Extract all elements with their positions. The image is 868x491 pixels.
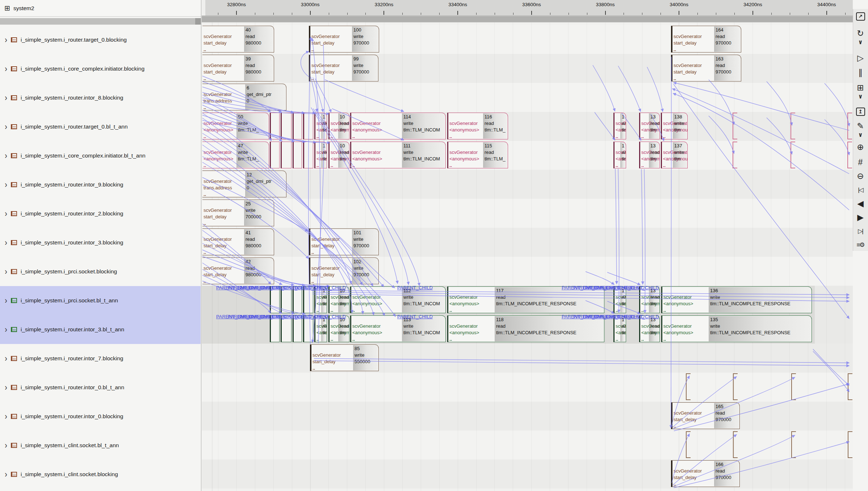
transaction-block[interactable]: 10scvGenerator<anonymous>readtlm..	[328, 315, 349, 342]
transaction-block-empty[interactable]	[270, 142, 280, 168]
reload-icon[interactable]: ↻	[853, 28, 868, 38]
waveform-canvas[interactable]: 40scvGeneratorstart_delayread980000..100…	[202, 22, 853, 491]
transaction-block[interactable]: 1scvGenerator<anonymous>writetlm..	[613, 142, 626, 168]
sidebar-item[interactable]: ›i_simple_system.i_router.intor_3.blocki…	[0, 228, 201, 257]
expand-chevron-icon[interactable]: ›	[5, 151, 7, 161]
zoom-in-icon[interactable]: ⊕	[853, 142, 868, 152]
transaction-block[interactable]: 114scvGenerator<anonymous>writetlm::TLM_…	[350, 113, 446, 139]
transaction-block-empty[interactable]	[281, 142, 292, 168]
transaction-bracket[interactable]	[733, 431, 738, 458]
sidebar-item[interactable]: ›i_simple_system.i_clint.socket.bl_t_ann	[0, 431, 201, 460]
zoom-out-icon[interactable]: ⊖	[853, 171, 868, 181]
waveform-horizontal-scrollbar[interactable]	[202, 16, 853, 22]
transaction-block[interactable]: 137scvGenerator<anonymous>writetlm..	[661, 142, 688, 168]
expand-chevron-icon[interactable]: ›	[5, 267, 7, 277]
sidebar-item[interactable]: ›i_simple_system.i_router.intor_8.blocki…	[0, 83, 201, 112]
skip-start-icon[interactable]: |◁	[853, 185, 868, 195]
prev-transaction-icon[interactable]: ◀	[853, 198, 868, 209]
transaction-block-empty[interactable]	[303, 142, 313, 168]
transaction-block[interactable]: 112scvGenerator<anonymous>writetlm::TLM_…	[350, 286, 446, 313]
transaction-bracket[interactable]	[847, 113, 852, 139]
transaction-block[interactable]: 39scvGeneratorstart_delayread980000..	[202, 55, 274, 81]
transaction-block[interactable]: 10scvGenerator<anonymous>readtlm..	[328, 142, 349, 168]
transaction-block[interactable]: 164scvGeneratorstart_delayread970000..	[671, 26, 741, 53]
settings-icon[interactable]: ≡⚙	[853, 240, 868, 250]
sidebar-item[interactable]: ›i_simple_system.i_router.intor_0.bl_t_a…	[0, 373, 201, 402]
relation-label[interactable]: PARENT_CHILD	[397, 285, 433, 290]
expand-chevron-icon[interactable]: ›	[5, 382, 7, 393]
reload-chevron-icon[interactable]: ∨	[853, 39, 868, 45]
transaction-block[interactable]: 1scvGenerator<anonymous>writetlm..	[613, 315, 626, 342]
load-trace-icon[interactable]: ↥	[853, 106, 868, 117]
transaction-block[interactable]: 1scvGenerator<anonymous>readtlm..	[314, 113, 327, 139]
sidebar-item[interactable]: ›i_simple_system.i_router.target_0.bl_t_…	[0, 112, 201, 141]
transaction-block-empty[interactable]	[293, 113, 302, 139]
expand-chevron-icon[interactable]: ›	[5, 469, 7, 479]
transaction-bracket[interactable]	[791, 431, 796, 458]
transaction-block-empty[interactable]	[303, 286, 313, 313]
sidebar-item[interactable]: ›i_simple_system.i_core_complex.initiato…	[0, 141, 201, 170]
transaction-block[interactable]: 6scvGeneratortrans.addressget_dmi_ptr0..	[202, 84, 286, 110]
transaction-block[interactable]: 47scvGenerator<anonymous>writetlm::TLM_.…	[202, 142, 269, 168]
sidebar-item[interactable]: ›i_simple_system.i_router.intor_3.bl_t_a…	[0, 315, 201, 344]
transaction-block[interactable]: 50scvGenerator<anonymous>writetlm::TLM_.…	[202, 113, 269, 139]
transaction-block-empty[interactable]	[270, 286, 280, 313]
transaction-bracket[interactable]	[733, 113, 737, 139]
expand-chevron-icon[interactable]: ›	[5, 324, 7, 335]
zoom-fit-icon[interactable]: #	[853, 157, 868, 167]
run-icon[interactable]: ▷	[853, 53, 868, 63]
transaction-block-empty[interactable]	[303, 315, 313, 342]
layout-grid-icon[interactable]: ⊞	[853, 83, 868, 93]
sidebar-item[interactable]: ›i_simple_system.i_router.intor_7.blocki…	[0, 344, 201, 373]
transaction-block-empty[interactable]	[281, 286, 292, 313]
expand-chevron-icon[interactable]: ›	[5, 411, 7, 421]
transaction-block[interactable]: 12scvGeneratortrans.addressget_dmi_ptr0.…	[202, 171, 286, 197]
transaction-block[interactable]: 99scvGeneratorstart_delaywrite970000..	[309, 55, 378, 81]
expand-chevron-icon[interactable]: ›	[5, 64, 7, 74]
transaction-block[interactable]: 100scvGeneratorstart_delaywrite970000..	[309, 26, 379, 53]
sidebar-item[interactable]: ›i_simple_system.i_router.intor_2.blocki…	[0, 199, 201, 228]
transaction-bracket[interactable]	[733, 142, 737, 168]
transaction-block-empty[interactable]	[281, 315, 292, 342]
transaction-block[interactable]: 102scvGeneratorstart_delaywrite970000..	[309, 257, 379, 284]
expand-chevron-icon[interactable]: ›	[5, 295, 7, 306]
transaction-block-empty[interactable]	[293, 286, 302, 313]
expand-chevron-icon[interactable]: ›	[5, 180, 7, 190]
transaction-block[interactable]: 41scvGeneratorstart_delayread980000..	[202, 228, 274, 255]
sidebar-item[interactable]: ›i_simple_system.i_router.intor_9.blocki…	[0, 170, 201, 199]
transaction-block[interactable]: 1scvGenerator<anonymous>writetlm..	[613, 113, 626, 139]
transaction-block[interactable]: 25scvGeneratorstart_delaywrite700000..	[202, 200, 274, 226]
sidebar-item[interactable]: ›i_simple_system.i_prci.socket.bl_t_ann	[0, 286, 201, 315]
pause-icon[interactable]: ∥	[853, 67, 868, 77]
transaction-block[interactable]: 115scvGenerator<anonymous>readtlm::TLM_.…	[447, 142, 508, 168]
transaction-block[interactable]: 116scvGenerator<anonymous>readtlm::TLM_.…	[447, 113, 508, 139]
transaction-block-empty[interactable]	[293, 142, 302, 168]
transaction-block[interactable]: 135scvGenerator<anonymous>writetlm::TLM_…	[661, 315, 812, 342]
transaction-block-empty[interactable]	[270, 113, 280, 139]
transaction-block[interactable]: 10scvGenerator<anonymous>readtlm..	[328, 286, 349, 313]
transaction-bracket[interactable]	[686, 431, 691, 458]
tree-scrollbar-thumb[interactable]	[195, 18, 201, 25]
transaction-block[interactable]: 13scvGenerator<anonymous>readtlm..	[639, 286, 660, 313]
transaction-block-empty[interactable]	[281, 113, 292, 139]
transaction-bracket[interactable]	[791, 373, 796, 400]
transaction-block[interactable]: 117scvGenerator<anonymous>readtlm::TLM_I…	[447, 286, 604, 313]
transaction-block[interactable]: 136scvGenerator<anonymous>writetlm::TLM_…	[661, 286, 812, 313]
transaction-block[interactable]: 13scvGenerator<anonymous>readtlm..	[639, 142, 660, 168]
transaction-block[interactable]: 1scvGenerator<anonymous>readtlm..	[314, 142, 327, 168]
transaction-bracket[interactable]	[791, 142, 795, 168]
measure-chevron-icon[interactable]: ∨	[853, 131, 868, 138]
transaction-block[interactable]: 13scvGenerator<anonymous>readtlm..	[639, 315, 660, 342]
relation-label[interactable]: PARENT_CHILD	[310, 314, 346, 319]
transaction-bracket[interactable]	[847, 142, 852, 168]
sidebar-item[interactable]: ›i_simple_system.i_router.target_0.block…	[0, 25, 201, 54]
transaction-block[interactable]: 1scvGenerator<anonymous>readtlm..	[314, 286, 327, 313]
sidebar-item[interactable]: ›i_simple_system.i_core_complex.initiato…	[0, 54, 201, 83]
transaction-block[interactable]: 85scvGeneratorstart_delaywrite550000..	[310, 344, 379, 371]
transaction-bracket[interactable]	[733, 373, 738, 400]
transaction-block[interactable]: 165scvGeneratorstart_delayread970000..	[671, 402, 740, 429]
transaction-block-empty[interactable]	[303, 113, 313, 139]
transaction-block[interactable]: 111scvGenerator<anonymous>writetlm::TLM_…	[350, 142, 446, 168]
transaction-block[interactable]: 13scvGenerator<anonymous>readtlm..	[639, 113, 660, 139]
next-transaction-icon[interactable]: ▶	[853, 212, 868, 222]
